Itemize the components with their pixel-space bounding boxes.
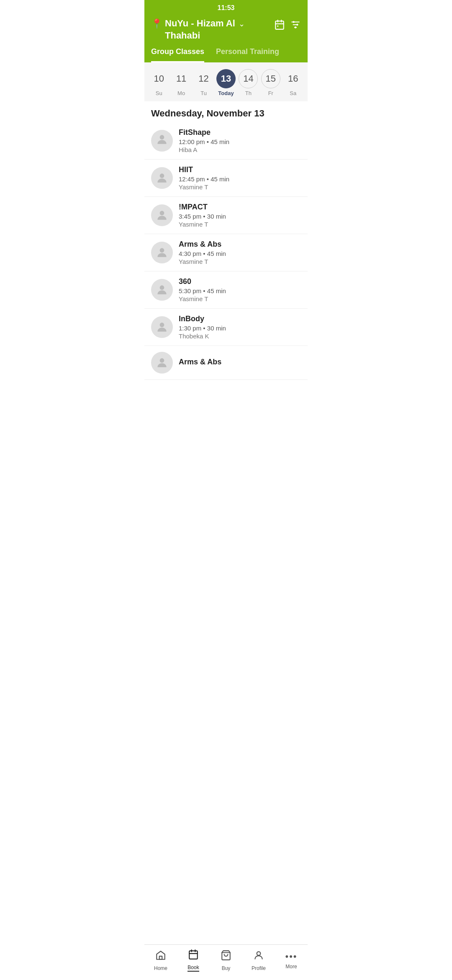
chevron-down-icon[interactable]: ⌄ [239,19,245,28]
avatar [151,279,173,301]
status-time: 11:53 [218,4,235,11]
cal-label-10: Su [156,90,162,96]
class-info: FitShape 12:00 pm • 45 min Hiba A [179,128,301,153]
cal-num-10: 10 [149,69,169,88]
class-list: FitShape 12:00 pm • 45 min Hiba A HIIT 1… [144,122,308,422]
cal-label-15: Fr [268,90,273,96]
avatar [151,242,173,263]
avatar [151,204,173,226]
class-name: !MPACT [179,203,301,211]
class-name: Arms & Abs [179,240,301,249]
calendar-icon[interactable] [274,19,285,33]
cal-label-13: Today [218,90,234,96]
class-info: 360 5:30 pm • 45 min Yasmine T [179,277,301,302]
class-trainer: Thobeka K [179,333,301,340]
location-pin-icon: 📍 [151,18,162,29]
person-icon [155,133,169,149]
svg-point-8 [293,21,295,23]
header: 📍 NuYu - Hizam Al Thahabi ⌄ [144,14,308,41]
cal-num-11: 11 [172,69,191,88]
class-time: 12:00 pm • 45 min [179,138,301,145]
date-heading: Wednesday, November 13 [144,101,308,122]
svg-point-11 [160,135,164,139]
cal-num-15: 15 [261,69,280,88]
class-info: !MPACT 3:45 pm • 30 min Yasmine T [179,203,301,228]
svg-point-4 [277,26,278,27]
svg-point-10 [295,26,296,28]
location-name-line2: Thahabi [165,30,235,42]
svg-point-14 [160,248,164,253]
svg-point-9 [296,24,298,26]
list-item[interactable]: !MPACT 3:45 pm • 30 min Yasmine T [144,197,308,234]
location-name-line1: NuYu - Hizam Al [165,18,235,30]
list-item[interactable]: InBody 1:30 pm • 30 min Thobeka K [144,309,308,346]
svg-point-13 [160,211,164,216]
cal-label-11: Mo [177,90,185,96]
location-area[interactable]: 📍 NuYu - Hizam Al Thahabi ⌄ [151,18,274,41]
svg-rect-0 [275,21,284,29]
class-info: HIIT 12:45 pm • 45 min Yasmine T [179,165,301,191]
calendar-strip: 10 Su 11 Mo 12 Tu 13 Today 14 Th 15 Fr 1… [144,62,308,101]
class-time: 3:45 pm • 30 min [179,213,301,220]
class-trainer: Hiba A [179,146,301,153]
class-name: InBody [179,315,301,323]
class-trainer: Yasmine T [179,221,301,228]
class-info: Arms & Abs [179,358,301,368]
svg-point-17 [160,358,164,363]
list-item[interactable]: HIIT 12:45 pm • 45 min Yasmine T [144,160,308,197]
cal-label-14: Th [245,90,252,96]
cal-num-12: 12 [194,69,213,88]
cal-num-14: 14 [239,69,258,88]
cal-day-13[interactable]: 13 Today [215,69,237,96]
class-time: 5:30 pm • 45 min [179,287,301,294]
cal-day-16[interactable]: 16 Sa [282,69,304,96]
list-item[interactable]: Arms & Abs 4:30 pm • 45 min Yasmine T [144,234,308,271]
class-time: 4:30 pm • 45 min [179,250,301,257]
class-name: 360 [179,277,301,286]
filter-icon[interactable] [290,19,301,33]
svg-point-15 [160,286,164,290]
cal-day-10[interactable]: 10 Su [148,69,170,96]
cal-num-13: 13 [216,69,236,88]
tab-personal-training[interactable]: Personal Training [216,47,279,62]
cal-label-12: Tu [200,90,207,96]
class-trainer: Yasmine T [179,258,301,265]
avatar [151,130,173,152]
class-name: Arms & Abs [179,358,301,366]
avatar [151,352,173,374]
cal-day-12[interactable]: 12 Tu [193,69,215,96]
class-time: 1:30 pm • 30 min [179,325,301,332]
header-actions [274,19,301,33]
tabs-bar: Group Classes Personal Training [144,41,308,62]
tab-group-classes[interactable]: Group Classes [151,47,204,62]
list-item[interactable]: 360 5:30 pm • 45 min Yasmine T [144,271,308,309]
class-name: FitShape [179,128,301,137]
cal-day-14[interactable]: 14 Th [237,69,259,96]
list-item[interactable]: Arms & Abs [144,346,308,380]
class-time: 12:45 pm • 45 min [179,175,301,183]
svg-point-12 [160,174,164,178]
cal-num-16: 16 [283,69,303,88]
svg-point-16 [160,323,164,328]
class-name: HIIT [179,165,301,174]
avatar [151,316,173,338]
cal-label-16: Sa [290,90,296,96]
cal-day-15[interactable]: 15 Fr [260,69,282,96]
status-bar: 11:53 [144,0,308,14]
class-info: InBody 1:30 pm • 30 min Thobeka K [179,315,301,340]
avatar [151,167,173,189]
class-info: Arms & Abs 4:30 pm • 45 min Yasmine T [179,240,301,265]
cal-day-11[interactable]: 11 Mo [170,69,192,96]
list-item[interactable]: FitShape 12:00 pm • 45 min Hiba A [144,122,308,160]
class-trainer: Yasmine T [179,183,301,191]
class-trainer: Yasmine T [179,295,301,302]
